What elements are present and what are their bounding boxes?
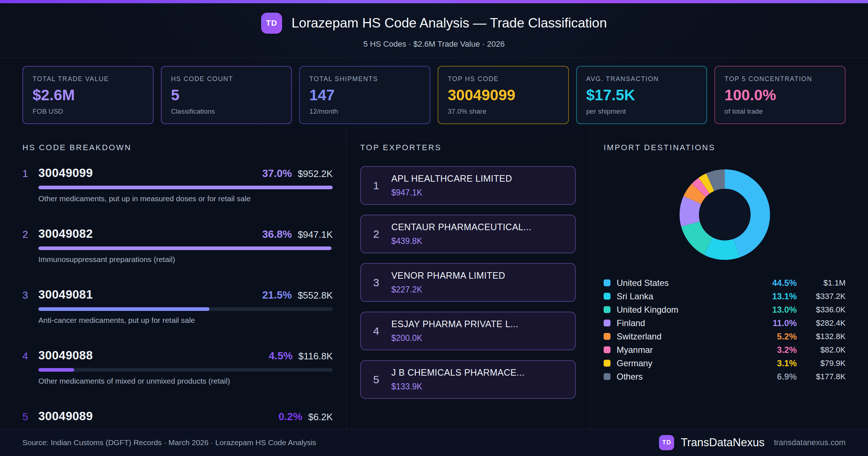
- exporter-value: $227.2K: [391, 285, 505, 295]
- hs-share-pct: 21.5%: [262, 289, 292, 301]
- hs-share-pct: 4.5%: [269, 350, 293, 362]
- hs-row: 3 30049081 21.5% $552.8K Anti-cancer med…: [22, 288, 333, 325]
- hs-breakdown-section: HS CODE BREAKDOWN 1 30049099 37.0% $952.…: [0, 128, 346, 429]
- stat-sub: FOB USD: [33, 107, 144, 115]
- stat-value: $17.5K: [586, 86, 697, 104]
- stat-card-total-trade-value: TOTAL TRADE VALUE $2.6M FOB USD: [22, 66, 154, 124]
- exporter-name: J B CHEMICALS PHARMACE...: [391, 367, 524, 378]
- hs-progress-track: [38, 368, 333, 372]
- exporter-rank: 5: [371, 373, 381, 386]
- main-content: HS CODE BREAKDOWN 1 30049099 37.0% $952.…: [0, 128, 868, 429]
- exporter-card: 2 CENTAUR PHARMACEUTICAL... $439.8K: [360, 215, 576, 253]
- exporter-name: CENTAUR PHARMACEUTICAL...: [391, 222, 531, 232]
- hs-code: 30049081: [38, 288, 93, 301]
- stat-card-hs-code-count: HS CODE COUNT 5 Classifications: [161, 66, 292, 124]
- legend-swatch-icon: [604, 293, 610, 300]
- exporter-rank: 3: [371, 276, 381, 289]
- hs-value: $552.8K: [298, 290, 333, 301]
- hs-rank: 4: [22, 350, 38, 362]
- legend-country: United States: [617, 278, 669, 288]
- stat-card-total-shipments: TOTAL SHIPMENTS 147 12/month: [299, 66, 430, 124]
- exporter-value: $947.1K: [391, 188, 512, 198]
- legend-swatch-icon: [604, 306, 610, 313]
- source-note: Source: Indian Customs (DGFT) Records · …: [22, 438, 316, 447]
- legend-pct: 44.5%: [772, 278, 797, 288]
- legend-pct: 11.0%: [773, 318, 797, 328]
- legend-pct: 6.9%: [777, 372, 797, 382]
- stat-label: TOTAL TRADE VALUE: [33, 75, 144, 83]
- legend-pct: 5.2%: [777, 332, 797, 342]
- legend-row: Sri Lanka 13.1% $337.2K: [604, 290, 846, 303]
- exporter-rank: 4: [371, 325, 381, 337]
- hs-share-pct: 37.0%: [262, 168, 292, 180]
- stat-label: AVG. TRANSACTION: [586, 75, 697, 83]
- hs-description: Other medicaments, put up in measured do…: [38, 194, 333, 203]
- hs-progress-fill: [38, 368, 74, 372]
- stat-label: TOTAL SHIPMENTS: [309, 75, 420, 83]
- hs-description: Other medicaments of mixed or unmixed pr…: [38, 377, 333, 385]
- legend-swatch-icon: [604, 373, 610, 380]
- legend-swatch-icon: [604, 360, 610, 367]
- top-accent-bar: [0, 0, 868, 3]
- legend-country: Germany: [617, 358, 652, 368]
- exporter-name: VENOR PHARMA LIMITED: [391, 270, 505, 281]
- legend-swatch-icon: [604, 333, 610, 340]
- hs-description: Anti-cancer medicaments, put up for reta…: [38, 316, 333, 325]
- legend-country: Others: [617, 372, 643, 382]
- hs-code: 30049099: [38, 166, 93, 180]
- legend-pct: 13.1%: [772, 291, 797, 301]
- stat-value: 100.0%: [724, 86, 835, 104]
- legend-pct: 3.2%: [777, 345, 797, 355]
- legend-value: $177.8K: [803, 372, 846, 381]
- legend-country: United Kingdom: [617, 305, 678, 315]
- exporter-value: $133.9K: [391, 382, 524, 392]
- legend-row: United Kingdom 13.0% $336.0K: [604, 303, 846, 316]
- legend-pct: 3.1%: [777, 358, 797, 368]
- legend-value: $82.0K: [803, 345, 846, 355]
- legend-swatch-icon: [604, 320, 610, 326]
- import-destinations-title: IMPORT DESTINATIONS: [604, 143, 846, 152]
- legend-value: $132.8K: [803, 332, 846, 341]
- legend-country: Myanmar: [617, 345, 653, 355]
- stat-card-avg-transaction: AVG. TRANSACTION $17.5K per shipment: [576, 66, 707, 124]
- legend-row: Myanmar 3.2% $82.0K: [604, 343, 846, 356]
- page-subtitle: 5 HS Codes · $2.6M Trade Value · 2026: [0, 39, 868, 49]
- brand-url-link[interactable]: transdatanexus.com: [774, 438, 846, 447]
- exporter-card: 3 VENOR PHARMA LIMITED $227.2K: [360, 263, 576, 302]
- exporter-name: ESJAY PHARMA PRIVATE L...: [391, 319, 518, 329]
- legend-swatch-icon: [604, 346, 610, 353]
- hs-value: $952.2K: [298, 168, 333, 180]
- legend-row: United States 44.5% $1.1M: [604, 276, 846, 290]
- hs-progress-fill: [38, 246, 331, 250]
- exporter-rank: 2: [371, 228, 381, 240]
- hs-progress-track: [38, 186, 333, 189]
- destinations-legend: United States 44.5% $1.1M Sri Lanka 13.1…: [604, 276, 846, 383]
- stat-sub: 37.0% share: [448, 107, 559, 115]
- top-exporters-title: TOP EXPORTERS: [360, 143, 576, 152]
- hs-rank: 1: [22, 168, 38, 180]
- exporter-card: 4 ESJAY PHARMA PRIVATE L... $200.0K: [360, 312, 576, 350]
- legend-pct: 13.0%: [772, 305, 797, 315]
- dashboard: TD Lorazepam HS Code Analysis — Trade Cl…: [0, 0, 868, 456]
- hs-rank: 3: [22, 290, 38, 301]
- stat-card-top5-concentration: TOP 5 CONCENTRATION 100.0% of total trad…: [714, 66, 846, 124]
- legend-value: $337.2K: [803, 292, 846, 301]
- brand-name: TransDataNexus: [681, 436, 764, 449]
- exporter-card: 1 APL HEALTHCARE LIMITED $947.1K: [360, 166, 576, 205]
- legend-value: $79.9K: [803, 359, 846, 368]
- donut-hole: [699, 189, 750, 240]
- hs-row: 4 30049088 4.5% $116.8K Other medicament…: [22, 349, 333, 385]
- legend-country: Sri Lanka: [617, 291, 653, 301]
- exporter-card: 5 J B CHEMICALS PHARMACE... $133.9K: [360, 360, 576, 399]
- header: TD Lorazepam HS Code Analysis — Trade Cl…: [0, 3, 868, 58]
- legend-row: Finland 11.0% $282.4K: [604, 316, 846, 330]
- legend-country: Finland: [617, 318, 645, 328]
- brand-logo-badge: TD: [659, 435, 674, 450]
- stat-value: 147: [309, 86, 420, 104]
- stat-value: 5: [171, 86, 282, 104]
- legend-row: Switzerland 5.2% $132.8K: [604, 330, 846, 343]
- stat-sub: of total trade: [724, 107, 835, 115]
- hs-value: $947.1K: [298, 229, 333, 240]
- stat-sub: per shipment: [586, 107, 697, 115]
- exporter-value: $200.0K: [391, 333, 518, 343]
